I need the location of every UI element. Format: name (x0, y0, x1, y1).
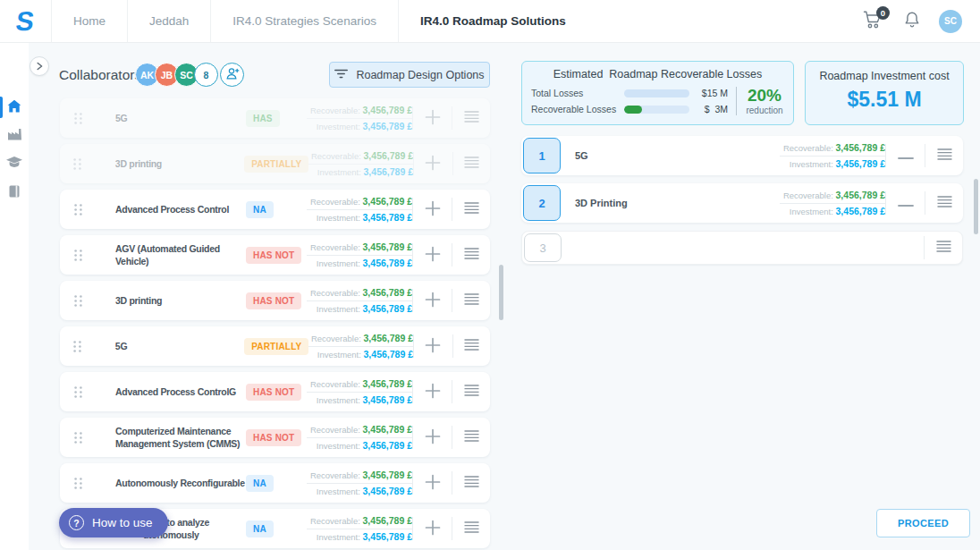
menu-icon (936, 241, 951, 255)
app-logo[interactable]: S (0, 0, 51, 42)
sidebar-item-education[interactable] (0, 150, 29, 179)
investment-value: 3,456,789 £ (363, 303, 412, 314)
tech-row: Advanced Process ControlGHAS NOTRecovera… (60, 372, 490, 411)
add-to-roadmap-button[interactable] (413, 98, 452, 138)
add-to-roadmap-button[interactable] (413, 281, 452, 320)
tech-row: Advanced Process ControlNARecoverable: 3… (60, 190, 490, 229)
row-menu-button[interactable] (452, 463, 490, 503)
roadmap-steps-list: 15GRecoverable: 3,456,789 £Investment: 3… (521, 136, 963, 265)
plus-icon (423, 153, 443, 175)
investment-label: Investment: (317, 304, 363, 314)
roadmap-design-options-button[interactable]: Roadmap Design Options (329, 62, 490, 88)
notifications-button[interactable] (903, 10, 921, 33)
sidebar-item-home[interactable] (0, 93, 29, 122)
row-menu-button[interactable] (452, 98, 490, 138)
investment-value: 3,456,789 £ (363, 486, 412, 496)
status-badge: NA (246, 520, 274, 537)
item-values: Recoverable: 3,456,789 £Investment: 3,45… (308, 333, 413, 360)
collaborator-avatars: AKJBSC8 (135, 63, 218, 87)
tech-row: 5GPARTIALLYRecoverable: 3,456,789 £Inves… (60, 326, 490, 366)
row-menu-button[interactable] (453, 326, 491, 366)
tech-row: Computerized Maintenance Management Syst… (60, 418, 490, 457)
drag-handle[interactable] (72, 249, 83, 262)
investment-label: Investment: (317, 441, 363, 451)
tech-list-scrollbar[interactable] (499, 265, 503, 320)
remove-from-roadmap-button[interactable] (886, 183, 925, 223)
nav-tab-home[interactable]: Home (51, 0, 127, 42)
roadmap-row-menu-button[interactable] (925, 232, 962, 264)
filter-icon (334, 69, 348, 81)
proceed-button[interactable]: PROCEED (876, 509, 970, 537)
logo-s-icon: S (14, 8, 36, 35)
investment-label: Investment: (317, 213, 363, 223)
expand-panel-button[interactable] (30, 56, 49, 76)
drag-handle[interactable] (72, 340, 83, 353)
add-to-roadmap-button[interactable] (414, 144, 452, 183)
icon-sidebar (0, 43, 29, 550)
drag-handle[interactable] (72, 477, 83, 490)
investment-label: Investment: (790, 207, 836, 216)
plus-icon (423, 290, 443, 312)
add-collaborator-button[interactable] (220, 63, 244, 87)
row-menu-button[interactable] (452, 190, 490, 229)
item-values: Recoverable: 3,456,789 £Investment: 3,45… (307, 241, 412, 268)
add-to-roadmap-button[interactable] (413, 235, 452, 275)
item-values: Recoverable: 3,456,789 £Investment: 3,45… (780, 190, 885, 216)
investment-label: Investment: (317, 532, 363, 542)
how-to-use-button[interactable]: ? How to use (59, 508, 168, 537)
minus-icon (898, 197, 914, 210)
tech-name: 5G (115, 340, 244, 352)
roadmap-row-menu-button[interactable] (925, 136, 963, 175)
cart-count-badge: 0 (876, 6, 890, 20)
add-to-roadmap-button[interactable] (414, 326, 452, 366)
menu-icon (464, 248, 479, 262)
roadmap-row-menu-button[interactable] (925, 183, 963, 223)
nav-tab-jeddah[interactable]: Jeddah (127, 0, 210, 42)
sidebar-item-library[interactable] (0, 179, 29, 207)
investment-card-title: Roadmap Investment cost (806, 70, 963, 82)
menu-icon (464, 157, 479, 171)
row-menu-button[interactable] (452, 372, 490, 411)
investment-label: Investment: (317, 122, 363, 131)
drag-handle[interactable] (72, 112, 83, 125)
investment-value: 3,456,789 £ (363, 440, 412, 451)
row-menu-button[interactable] (452, 509, 490, 548)
status-badge: NA (246, 475, 274, 492)
add-to-roadmap-button[interactable] (413, 418, 452, 457)
remove-from-roadmap-button[interactable] (886, 136, 925, 175)
graduation-cap-icon (6, 157, 22, 173)
drag-handle[interactable] (72, 157, 83, 171)
nav-tab-ir4-0-roadmap-solutions[interactable]: IR4.0 Roadmap Solutions (398, 0, 587, 42)
drag-handle[interactable] (72, 431, 83, 444)
add-to-roadmap-button[interactable] (413, 463, 452, 503)
row-menu-button[interactable] (452, 418, 490, 457)
investment-label: Investment: (317, 350, 364, 360)
investment-value: 3,456,789 £ (364, 166, 413, 177)
roadmap-tech-name: 5G (575, 150, 588, 161)
step-number: 3 (524, 233, 562, 262)
drag-handle[interactable] (72, 385, 83, 399)
drag-handle[interactable] (72, 203, 83, 216)
nav-tab-ir4-0-strategies-scenarios[interactable]: IR4.0 Strategies Scenarios (210, 0, 398, 42)
row-menu-button[interactable] (453, 144, 491, 183)
recoverable-value: 3,456,789 £ (836, 190, 885, 200)
step-number: 1 (523, 138, 561, 173)
cart-button[interactable]: 0 (862, 10, 885, 33)
collaborator-overflow-count[interactable]: 8 (194, 63, 218, 87)
sidebar-item-factory[interactable] (0, 122, 29, 150)
drag-handle[interactable] (72, 294, 83, 308)
investment-label: Investment: (317, 395, 363, 405)
add-to-roadmap-button[interactable] (413, 190, 452, 229)
page-scrollbar[interactable] (974, 179, 978, 234)
user-avatar[interactable]: SC (939, 10, 962, 33)
add-to-roadmap-button[interactable] (413, 372, 452, 411)
menu-icon (464, 202, 479, 216)
tech-row: 3D printingPARTIALLYRecoverable: 3,456,7… (60, 144, 490, 183)
progress-bar (624, 89, 689, 97)
row-menu-button[interactable] (452, 235, 490, 275)
add-to-roadmap-button[interactable] (413, 509, 452, 548)
row-menu-button[interactable] (452, 281, 490, 320)
roadmap-row: 15GRecoverable: 3,456,789 £Investment: 3… (521, 136, 963, 175)
item-values: Recoverable: 3,456,789 £Investment: 3,45… (307, 470, 412, 496)
progress-fill (624, 106, 642, 114)
